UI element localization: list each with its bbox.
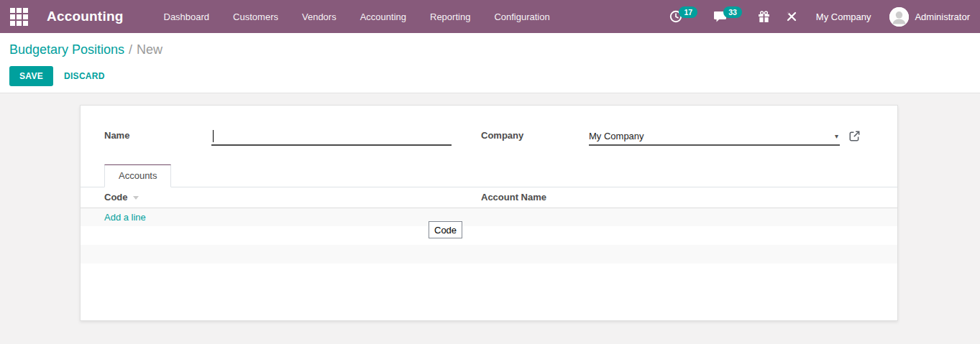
form-sheet: Name Company My Company ▾ Accounts [80,105,898,321]
tab-accounts[interactable]: Accounts [104,164,171,187]
tools-button[interactable] [786,11,797,22]
table-row [81,264,897,282]
breadcrumb-current: New [137,42,162,57]
apps-grid-icon[interactable] [9,7,29,26]
tools-icon [786,11,797,22]
tab-strip: Accounts [81,164,897,187]
company-switcher[interactable]: My Company [816,11,871,22]
user-menu[interactable]: Administrator [889,7,970,27]
control-panel: Budgetary Positions/New SAVE DISCARD [0,33,980,93]
column-header-code[interactable]: Code [81,187,481,208]
message-count-badge: 33 [723,6,742,18]
code-tooltip: Code [429,221,462,238]
text-cursor [213,130,214,142]
activity-count-badge: 17 [679,6,697,18]
column-header-account-name[interactable]: Account Name [481,187,897,208]
add-a-line-link[interactable]: Add a line [81,212,146,223]
messages-button[interactable]: 33 [713,11,742,23]
name-field-label: Name [104,127,211,146]
company-select-field[interactable]: My Company ▾ [589,127,840,146]
user-avatar [889,7,909,27]
nav-item-dashboard[interactable]: Dashboard [164,11,210,22]
discard-button[interactable]: DISCARD [64,71,105,81]
form-fields-row: Name Company My Company ▾ [81,106,897,146]
name-input-wrap [211,127,452,146]
user-name: Administrator [915,11,970,22]
breadcrumb-separator: / [124,42,137,57]
nav-item-accounting[interactable]: Accounting [360,11,406,22]
accounts-table: Code Account Name Add a line [81,187,897,282]
app-title: Accounting [47,9,124,24]
table-row [81,226,897,245]
nav-item-configuration[interactable]: Configuration [494,11,549,22]
chevron-down-icon[interactable]: ▾ [835,132,840,140]
nav-item-reporting[interactable]: Reporting [430,11,470,22]
gift-icon [758,11,770,23]
gift-button[interactable] [758,11,770,23]
save-button[interactable]: SAVE [9,66,53,86]
sort-desc-icon [133,196,139,200]
code-header-label: Code [104,192,128,203]
nav-item-vendors[interactable]: Vendors [302,11,336,22]
content-area: Name Company My Company ▾ Accounts [0,93,980,344]
name-input[interactable] [211,127,452,144]
nav-item-customers[interactable]: Customers [233,11,278,22]
breadcrumb-parent-link[interactable]: Budgetary Positions [9,42,124,57]
company-field-label: Company [481,127,589,146]
navbar-systray: 17 33 My Company Administrator [654,7,970,27]
notebook: Accounts Code Account Name Add a line [81,164,897,282]
table-row: Add a line [81,208,897,226]
table-header-row: Code Account Name [81,187,897,208]
activities-button[interactable]: 17 [669,10,697,23]
account-name-header-label: Account Name [481,192,546,203]
main-menu: Dashboard Customers Vendors Accounting R… [164,11,550,22]
top-navbar: Accounting Dashboard Customers Vendors A… [0,0,980,33]
table-row [81,245,897,264]
breadcrumb: Budgetary Positions/New [9,41,980,58]
external-link-icon[interactable] [849,127,860,146]
company-field-value: My Company [589,131,644,141]
